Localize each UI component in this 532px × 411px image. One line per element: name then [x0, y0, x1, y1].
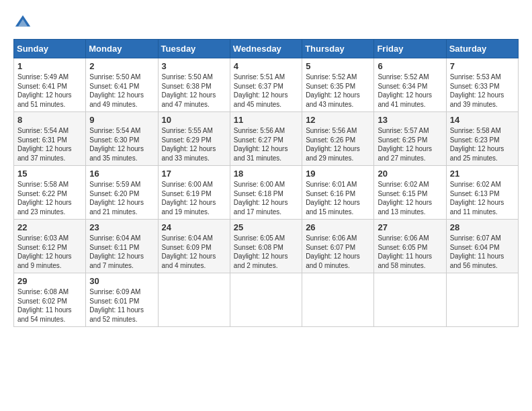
calendar-cell: 9Sunrise: 5:54 AM Sunset: 6:30 PM Daylig… [86, 112, 158, 166]
day-number: 30 [89, 276, 154, 286]
day-number: 15 [17, 169, 82, 179]
day-info: Sunrise: 5:55 AM Sunset: 6:29 PM Dayligh… [162, 126, 226, 163]
day-info: Sunrise: 6:06 AM Sunset: 6:05 PM Dayligh… [378, 234, 442, 270]
calendar-cell: 27Sunrise: 6:06 AM Sunset: 6:05 PM Dayli… [374, 220, 446, 273]
calendar-body: 1Sunrise: 5:49 AM Sunset: 6:41 PM Daylig… [14, 58, 519, 327]
calendar-cell [446, 273, 518, 327]
day-info: Sunrise: 6:08 AM Sunset: 6:02 PM Dayligh… [17, 287, 82, 324]
day-info: Sunrise: 6:02 AM Sunset: 6:15 PM Dayligh… [378, 180, 442, 216]
calendar-cell: 13Sunrise: 5:57 AM Sunset: 6:25 PM Dayli… [374, 112, 446, 166]
day-number: 13 [378, 115, 442, 125]
calendar-cell: 21Sunrise: 6:02 AM Sunset: 6:13 PM Dayli… [446, 166, 518, 220]
calendar-cell: 8Sunrise: 5:54 AM Sunset: 6:31 PM Daylig… [14, 112, 86, 166]
calendar-cell: 25Sunrise: 6:05 AM Sunset: 6:08 PM Dayli… [230, 220, 302, 273]
calendar-cell: 28Sunrise: 6:07 AM Sunset: 6:04 PM Dayli… [446, 220, 518, 273]
day-number: 10 [162, 115, 226, 125]
day-number: 26 [306, 222, 370, 232]
calendar-cell: 12Sunrise: 5:56 AM Sunset: 6:26 PM Dayli… [302, 112, 374, 166]
day-info: Sunrise: 6:07 AM Sunset: 6:04 PM Dayligh… [450, 234, 515, 270]
day-number: 24 [162, 222, 226, 232]
day-number: 22 [17, 222, 82, 232]
calendar-week-row: 15Sunrise: 5:58 AM Sunset: 6:22 PM Dayli… [14, 166, 519, 220]
day-info: Sunrise: 5:54 AM Sunset: 6:31 PM Dayligh… [17, 126, 82, 163]
day-number: 27 [378, 222, 442, 232]
calendar-cell: 20Sunrise: 6:02 AM Sunset: 6:15 PM Dayli… [374, 166, 446, 220]
calendar-cell [158, 273, 230, 327]
day-info: Sunrise: 6:06 AM Sunset: 6:07 PM Dayligh… [306, 234, 370, 270]
calendar-cell: 15Sunrise: 5:58 AM Sunset: 6:22 PM Dayli… [14, 166, 86, 220]
col-sunday: Sunday [14, 40, 86, 58]
calendar-cell: 5Sunrise: 5:52 AM Sunset: 6:35 PM Daylig… [302, 58, 374, 112]
day-number: 29 [17, 276, 82, 286]
calendar-table: Sunday Monday Tuesday Wednesday Thursday… [13, 39, 519, 327]
calendar-cell: 17Sunrise: 6:00 AM Sunset: 6:19 PM Dayli… [158, 166, 230, 220]
day-info: Sunrise: 5:49 AM Sunset: 6:41 PM Dayligh… [17, 73, 82, 109]
calendar-header-row: Sunday Monday Tuesday Wednesday Thursday… [14, 40, 519, 58]
calendar-cell: 30Sunrise: 6:09 AM Sunset: 6:01 PM Dayli… [86, 273, 158, 327]
calendar-week-row: 1Sunrise: 5:49 AM Sunset: 6:41 PM Daylig… [14, 58, 519, 112]
calendar-cell: 3Sunrise: 5:50 AM Sunset: 6:38 PM Daylig… [158, 58, 230, 112]
day-info: Sunrise: 5:51 AM Sunset: 6:37 PM Dayligh… [234, 73, 298, 109]
day-number: 9 [89, 115, 154, 125]
calendar-cell: 19Sunrise: 6:01 AM Sunset: 6:16 PM Dayli… [302, 166, 374, 220]
day-number: 3 [162, 61, 226, 71]
calendar-cell: 1Sunrise: 5:49 AM Sunset: 6:41 PM Daylig… [14, 58, 86, 112]
day-info: Sunrise: 5:50 AM Sunset: 6:41 PM Dayligh… [89, 73, 154, 109]
day-number: 20 [378, 169, 442, 179]
day-info: Sunrise: 5:56 AM Sunset: 6:27 PM Dayligh… [234, 126, 298, 163]
calendar-week-row: 29Sunrise: 6:08 AM Sunset: 6:02 PM Dayli… [14, 273, 519, 327]
day-number: 7 [450, 61, 515, 71]
day-info: Sunrise: 5:56 AM Sunset: 6:26 PM Dayligh… [306, 126, 370, 163]
calendar-week-row: 8Sunrise: 5:54 AM Sunset: 6:31 PM Daylig… [14, 112, 519, 166]
day-info: Sunrise: 5:52 AM Sunset: 6:35 PM Dayligh… [306, 73, 370, 109]
calendar-cell: 29Sunrise: 6:08 AM Sunset: 6:02 PM Dayli… [14, 273, 86, 327]
col-friday: Friday [374, 40, 446, 58]
day-number: 1 [17, 61, 82, 71]
day-number: 14 [450, 115, 515, 125]
day-number: 19 [306, 169, 370, 179]
day-info: Sunrise: 5:57 AM Sunset: 6:25 PM Dayligh… [378, 126, 442, 163]
day-number: 18 [234, 169, 298, 179]
col-monday: Monday [86, 40, 158, 58]
calendar-week-row: 22Sunrise: 6:03 AM Sunset: 6:12 PM Dayli… [14, 220, 519, 273]
logo-icon [13, 13, 32, 32]
calendar-cell: 14Sunrise: 5:58 AM Sunset: 6:23 PM Dayli… [446, 112, 518, 166]
calendar-cell: 7Sunrise: 5:53 AM Sunset: 6:33 PM Daylig… [446, 58, 518, 112]
day-info: Sunrise: 5:54 AM Sunset: 6:30 PM Dayligh… [89, 126, 154, 163]
day-number: 16 [89, 169, 154, 179]
calendar-cell: 10Sunrise: 5:55 AM Sunset: 6:29 PM Dayli… [158, 112, 230, 166]
day-number: 23 [89, 222, 154, 232]
day-number: 8 [17, 115, 82, 125]
calendar-cell: 16Sunrise: 5:59 AM Sunset: 6:20 PM Dayli… [86, 166, 158, 220]
calendar-cell: 24Sunrise: 6:04 AM Sunset: 6:09 PM Dayli… [158, 220, 230, 273]
day-number: 2 [89, 61, 154, 71]
day-info: Sunrise: 5:59 AM Sunset: 6:20 PM Dayligh… [89, 180, 154, 216]
day-number: 21 [450, 169, 515, 179]
day-info: Sunrise: 5:50 AM Sunset: 6:38 PM Dayligh… [162, 73, 226, 109]
day-number: 28 [450, 222, 515, 232]
calendar-cell: 18Sunrise: 6:00 AM Sunset: 6:18 PM Dayli… [230, 166, 302, 220]
calendar-cell [302, 273, 374, 327]
day-info: Sunrise: 6:04 AM Sunset: 6:09 PM Dayligh… [162, 234, 226, 270]
calendar-cell: 23Sunrise: 6:04 AM Sunset: 6:11 PM Dayli… [86, 220, 158, 273]
day-info: Sunrise: 5:58 AM Sunset: 6:23 PM Dayligh… [450, 126, 515, 163]
day-number: 17 [162, 169, 226, 179]
logo [13, 13, 35, 32]
day-info: Sunrise: 6:00 AM Sunset: 6:19 PM Dayligh… [162, 180, 226, 216]
col-wednesday: Wednesday [230, 40, 302, 58]
day-number: 25 [234, 222, 298, 232]
col-saturday: Saturday [446, 40, 518, 58]
calendar-cell [230, 273, 302, 327]
day-info: Sunrise: 6:02 AM Sunset: 6:13 PM Dayligh… [450, 180, 515, 216]
day-number: 6 [378, 61, 442, 71]
day-info: Sunrise: 6:09 AM Sunset: 6:01 PM Dayligh… [89, 287, 154, 324]
day-info: Sunrise: 6:01 AM Sunset: 6:16 PM Dayligh… [306, 180, 370, 216]
day-number: 11 [234, 115, 298, 125]
calendar-cell [374, 273, 446, 327]
day-number: 12 [306, 115, 370, 125]
day-info: Sunrise: 5:52 AM Sunset: 6:34 PM Dayligh… [378, 73, 442, 109]
day-number: 4 [234, 61, 298, 71]
calendar-cell: 6Sunrise: 5:52 AM Sunset: 6:34 PM Daylig… [374, 58, 446, 112]
day-info: Sunrise: 5:58 AM Sunset: 6:22 PM Dayligh… [17, 180, 82, 216]
day-info: Sunrise: 5:53 AM Sunset: 6:33 PM Dayligh… [450, 73, 515, 109]
